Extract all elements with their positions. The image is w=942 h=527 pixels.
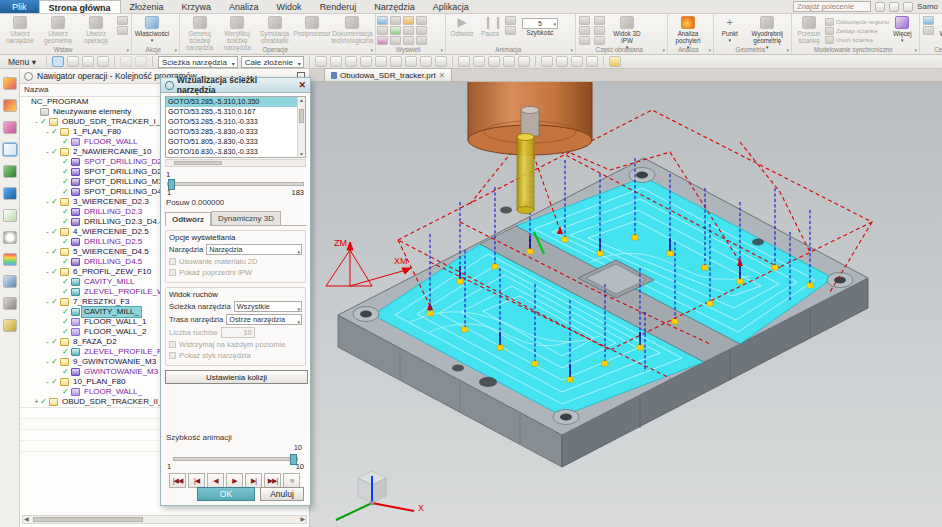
show-hide-icon[interactable] [420,56,432,67]
display-icon-11[interactable] [403,36,414,45]
play-forward-button[interactable]: ▶ [226,473,243,488]
create-geometry-button[interactable]: Utwórz geometrię [39,15,77,44]
snap-point-icon[interactable] [120,56,132,67]
play-animation-button[interactable]: ▶Odtwórz [447,15,477,37]
window-split-icon[interactable] [473,56,485,67]
tree-expand-toggle[interactable]: - [44,197,51,207]
ipw-icon-5[interactable] [594,26,605,35]
goto-line-list[interactable]: GOTO/53.285,-5.310,10.350GOTO/53.285,-5.… [165,96,306,158]
toolpath-display-select[interactable]: Wszystkie [234,301,302,312]
document-tab[interactable]: Obudowa_SDR_tracker.prt ✕ [324,68,452,81]
skip-start-icon[interactable] [505,16,516,25]
snap-endpoint-icon[interactable] [135,56,147,67]
edit-object-display-icon[interactable] [503,56,515,67]
ok-button[interactable]: OK [197,487,255,501]
display-icon-12[interactable] [416,36,427,45]
cancel-button[interactable]: Anuluj [260,487,304,501]
window-layout-icon[interactable] [875,2,885,12]
tab-narzedzia[interactable]: Narzędzia [365,0,424,13]
graphics-viewport[interactable]: ZM XM X [310,82,942,527]
tree-expand-toggle[interactable]: - [44,247,51,257]
part-navigator-icon[interactable] [3,121,17,134]
tree-expand-toggle[interactable]: - [44,297,51,307]
ipw-icon-4[interactable] [594,16,605,25]
menu-dropdown-button[interactable]: Menu ▾ [3,56,41,68]
tab-strona-glowna[interactable]: Strona główna [39,0,121,13]
point-button[interactable]: +Punkt▾ [715,15,745,44]
machine-tool-navigator-icon[interactable] [3,165,17,178]
goto-line[interactable]: GOTO/16.830,-3.830,-0.333 [166,147,305,157]
tab-analiza[interactable]: Analiza [220,0,268,13]
tab-zlozenia[interactable]: Złożenia [121,0,173,13]
lasso-select-icon[interactable] [405,56,417,67]
web-browser-icon[interactable] [3,209,17,222]
tab-odtworz[interactable]: Odtwórz [165,212,211,226]
shaded-view-icon[interactable] [435,56,447,67]
pencil-annotation-icon[interactable] [609,56,621,67]
goto-line[interactable]: GOTO/53.285,-5.310,10.350 [166,97,305,107]
material-icon[interactable] [586,56,598,67]
modsync-more-button[interactable]: Więcej▾ [889,15,915,44]
layer-settings-icon[interactable] [518,56,530,67]
goto-list-vscrollbar[interactable]: ▲▼ [297,97,305,157]
shop-docs-button[interactable]: Dokumentacja technologiczna [331,15,374,44]
tree-expand-toggle[interactable]: - [44,147,51,157]
display-icon-3[interactable] [403,16,414,25]
process-studio-icon[interactable] [3,253,17,266]
show-previous-ipw-checkbox[interactable]: Pokaż poprzedni IPW [169,268,302,277]
display-icon-8[interactable] [416,26,427,35]
close-document-icon[interactable]: ✕ [439,71,446,80]
line-slider[interactable] [167,182,304,186]
select-edge-icon[interactable] [82,56,94,67]
view-rotate-icon[interactable] [375,56,387,67]
view-zoom-icon[interactable] [345,56,357,67]
collision-settings-button[interactable]: Ustawienia kolizji [165,370,308,384]
display-icon-4[interactable] [416,16,427,25]
assembly-navigator-icon[interactable] [3,77,17,90]
move-count-field[interactable]: 10 [221,327,255,338]
tree-expand-toggle[interactable]: - [44,267,51,277]
view-orient-icon[interactable] [315,56,327,67]
material-removal-2d-checkbox[interactable]: Usuwanie materiału 2D [169,257,302,266]
animation-speed-slider[interactable] [173,457,298,461]
navigator-horizontal-scrollbar[interactable]: ◀▶ [22,515,307,524]
view-pan-icon[interactable] [360,56,372,67]
select-filter-icon[interactable] [52,56,64,67]
reuse-library-icon[interactable] [3,187,17,200]
go-to-end-button[interactable]: ▶▶| [264,473,281,488]
display-icon-7[interactable] [403,26,414,35]
ipw-icon-2[interactable] [579,26,590,35]
delete-face-button[interactable]: Usuń ściankę [825,35,889,44]
postprocessor-button[interactable]: Postprocesor [293,15,330,37]
manufacturing-wizard-icon[interactable] [3,275,17,288]
display-icon-9[interactable] [377,36,388,45]
measure-icon[interactable] [571,56,583,67]
skip-end-icon[interactable] [505,26,516,35]
dialog-close-icon[interactable]: ✕ [298,80,306,90]
step-forward-button[interactable]: ▶| [245,473,262,488]
refresh-icon[interactable] [488,56,500,67]
window-cascade-icon[interactable] [458,56,470,67]
machine-simulation-button[interactable]: Symulacja obrabiarki [256,15,293,44]
goto-line[interactable]: GOTO/53.285,-3.830,-0.333 [166,127,305,137]
offset-region-button[interactable]: Odsunięcie regionu [825,17,889,26]
wcs-icon[interactable] [541,56,553,67]
tool-route-select[interactable]: Ostrze narzędzia [226,314,302,325]
tree-expand-toggle[interactable]: - [44,127,51,137]
feature-icon-1[interactable] [923,16,934,25]
tree-expand-toggle[interactable]: + [33,397,40,407]
goto-list-hscrollbar[interactable] [165,159,306,167]
datum-icon[interactable] [556,56,568,67]
tree-expand-toggle[interactable]: - [44,227,51,237]
display-icon-5[interactable] [377,26,388,35]
find-command-input[interactable]: Znajdź polecenie [793,1,871,12]
user-account-label[interactable]: Samo [917,2,938,11]
feature-icon-2[interactable] [923,26,934,35]
system-scenes-icon[interactable] [3,319,17,332]
goto-line[interactable]: GOTO/51.805,-3.830,-0.333 [166,137,305,147]
step-back-button[interactable]: |◀ [188,473,205,488]
tree-expand-toggle[interactable]: - [44,377,51,387]
select-body-icon[interactable] [97,56,109,67]
tab-renderuj[interactable]: Renderuj [311,0,366,13]
create-tool-button[interactable]: Utwórz narzędzie [1,15,39,44]
